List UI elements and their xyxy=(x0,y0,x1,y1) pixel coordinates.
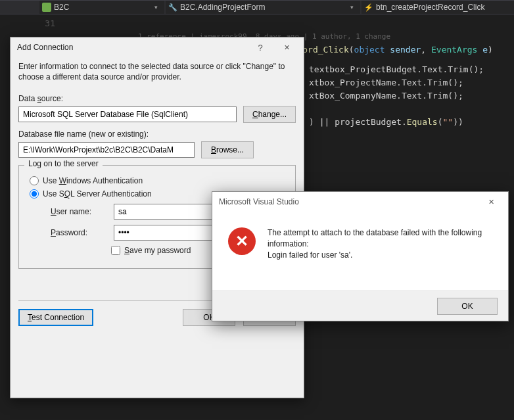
code-token: e xyxy=(482,45,488,55)
close-icon[interactable] xyxy=(478,194,504,210)
close-icon[interactable] xyxy=(273,39,300,55)
breadcrumb-method[interactable]: btn_createProjectRecord_Click xyxy=(362,1,514,14)
breadcrumb: B2C ▾ B2C.AddingProjectForm ▾ btn_create… xyxy=(0,0,514,14)
code-token: sender xyxy=(390,45,421,55)
code-token: )) xyxy=(453,117,463,127)
error-message-line1: The attempt to attach to the database fa… xyxy=(268,227,496,250)
error-dialog: Microsoft Visual Studio ✕ The attempt to… xyxy=(212,191,509,321)
save-password-label: Save my password xyxy=(124,246,191,255)
lightning-icon xyxy=(364,3,373,12)
error-icon: ✕ xyxy=(228,227,256,255)
datasource-label: Data source: xyxy=(18,94,296,103)
help-icon[interactable] xyxy=(247,39,273,55)
dialog-titlebar: Add Connection xyxy=(11,37,304,57)
code-token: Equals xyxy=(407,117,438,127)
username-label: User name: xyxy=(51,207,107,216)
datasource-field xyxy=(18,106,237,122)
save-password-checkbox[interactable] xyxy=(111,246,120,255)
line-number: 31 xyxy=(0,17,67,30)
wrench-icon xyxy=(168,3,177,12)
breadcrumb-method-label: btn_createProjectRecord_Click xyxy=(376,3,484,12)
code-token: ) || projectBudget. xyxy=(309,117,407,127)
logon-group-title: Log on to the server xyxy=(24,159,103,168)
chevron-down-icon: ▾ xyxy=(345,4,354,11)
dbfile-label: Database file name (new or existing): xyxy=(18,129,296,139)
breadcrumb-class-label: B2C.AddingProjectForm xyxy=(180,3,265,12)
chevron-down-icon: ▾ xyxy=(149,4,158,11)
password-label: Password: xyxy=(51,228,107,237)
dialog-title: Add Connection xyxy=(17,43,247,52)
error-message-line2: Login failed for user 'sa'. xyxy=(268,250,496,261)
dialog-instructions: Enter information to connect to the sele… xyxy=(18,61,296,82)
breadcrumb-class[interactable]: B2C.AddingProjectForm ▾ xyxy=(166,1,360,14)
code-token: EventArgs xyxy=(431,45,477,55)
breadcrumb-project-label: B2C xyxy=(54,3,69,12)
error-dialog-title: Microsoft Visual Studio xyxy=(219,197,478,206)
csharp-icon xyxy=(42,3,51,12)
code-token: "" xyxy=(443,117,454,127)
windows-auth-radio[interactable] xyxy=(30,176,39,185)
sql-auth-radio[interactable] xyxy=(30,189,39,198)
browse-button[interactable]: Browse... xyxy=(201,141,254,158)
test-connection-button[interactable]: Test Connection xyxy=(18,309,93,326)
breadcrumb-project[interactable]: B2C ▾ xyxy=(39,1,164,14)
dbfile-field[interactable] xyxy=(18,142,195,158)
error-titlebar: Microsoft Visual Studio xyxy=(212,192,508,212)
windows-auth-label: Use Windows Authentication xyxy=(43,176,143,185)
code-token: object xyxy=(354,45,385,55)
change-button[interactable]: Change... xyxy=(243,106,296,123)
sql-auth-label: Use SQL Server Authentication xyxy=(43,189,152,198)
error-ok-button[interactable]: OK xyxy=(437,298,498,315)
